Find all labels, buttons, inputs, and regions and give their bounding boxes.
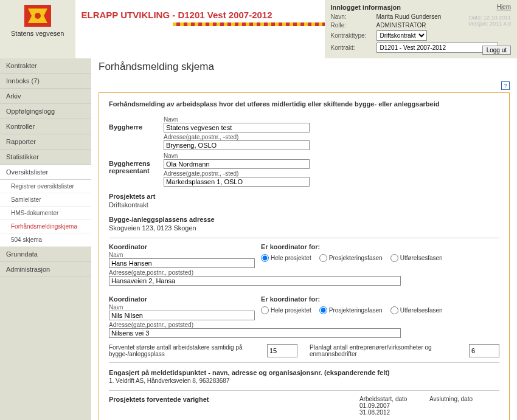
nav-sub-forhandsmelding[interactable]: Forhåndsmeldingskjema: [0, 220, 91, 233]
rep-adresse-input[interactable]: [164, 177, 310, 187]
koord2-adresse-input[interactable]: [109, 328, 401, 338]
form-box: Forhåndsmelding av arbeidsplass hvor det…: [99, 92, 510, 420]
koord1-utfor-radio[interactable]: Utførelsesfasen: [390, 254, 443, 262]
koord1-adresse-input[interactable]: [109, 276, 401, 286]
koord2-prosj-radio[interactable]: Prosjekteringsfasen: [319, 306, 383, 314]
nav-rapporter[interactable]: Rapporter: [0, 134, 91, 150]
name-value: Marita Ruud Gundersen: [376, 13, 442, 20]
logo-icon: [24, 5, 51, 27]
koord2-hele-radio[interactable]: Hele prosjektet: [261, 306, 311, 314]
byggherre-adresse-input[interactable]: [164, 140, 310, 150]
kontrakttype-select[interactable]: Driftskontrakt: [376, 30, 427, 41]
byggherre-navn-input[interactable]: [164, 123, 310, 133]
nav-arkiv[interactable]: Arkiv: [0, 89, 91, 104]
app-title: ELRAPP UTVIKLING - D1201 Vest 2007-2012: [82, 10, 325, 20]
nav-administrasjon[interactable]: Administrasjon: [0, 262, 91, 277]
nav-sub-504[interactable]: 504 skjema: [0, 233, 91, 247]
login-info-header: Innlogget informasjon: [331, 4, 511, 11]
home-link[interactable]: Hjem: [497, 4, 511, 10]
byggherre-label: Byggherre: [109, 115, 164, 150]
arbeidsstart-value: 01.09.2007: [359, 402, 429, 409]
engasjert-item: 1. Veidrift AS, Håndverksveien 8, 963283…: [109, 376, 499, 385]
kontrakt-label: Kontrakt:: [331, 44, 376, 51]
nav-oppfolgingslogg[interactable]: Oppfølgingslogg: [0, 104, 91, 119]
role-value: ADMINISTRATOR: [376, 22, 426, 29]
meta-right: Dato: 12.10.2011 Versjon: 2011.4.0: [468, 15, 511, 27]
nav-kontrakter[interactable]: Kontrakter: [0, 58, 91, 74]
nav-statistikker[interactable]: Statistikker: [0, 150, 91, 165]
brand-name: Statens vegvesen: [0, 30, 75, 37]
koord1-hele-radio[interactable]: Hele prosjektet: [261, 254, 311, 262]
nav-grunndata[interactable]: Grunndata: [0, 247, 91, 262]
ktype-label: Kontrakttype:: [331, 32, 376, 39]
help-icon[interactable]: ?: [501, 81, 510, 90]
planlagt-antall-input[interactable]: [469, 344, 499, 357]
form-heading: Forhåndsmelding av arbeidsplass hvor det…: [109, 100, 499, 108]
nav-oversiktslister[interactable]: Oversiktslister: [0, 165, 91, 180]
prosjektets-art-label: Prosjektets art: [109, 193, 499, 200]
decorative-stripes: [173, 22, 325, 26]
byggeanlegg-adresse-value: Skogveien 123, 0123 Skogen: [109, 223, 499, 233]
logout-button[interactable]: Logg ut: [482, 46, 511, 55]
nav-sub-registrer[interactable]: Registrer oversiktslister: [0, 180, 91, 193]
avslutning-value: 31.08.2012: [359, 409, 429, 416]
role-label: Rolle:: [331, 22, 376, 29]
rep-navn-input[interactable]: [164, 159, 310, 169]
koord1-prosj-radio[interactable]: Prosjekteringsfasen: [319, 254, 383, 262]
kontrakt-select[interactable]: D1201 - Vest 2007-2012: [376, 43, 498, 53]
nav-sub-hms[interactable]: HMS-dokumenter: [0, 207, 91, 220]
top-bar: Statens vegvesen ELRAPP UTVIKLING - D120…: [0, 0, 517, 58]
logo-area: Statens vegvesen: [0, 0, 75, 58]
main-content: Forhåndsmelding skjema ? Forhåndsmelding…: [91, 58, 517, 420]
nav-sub-samlelister[interactable]: Samlelister: [0, 193, 91, 207]
svg-point-2: [35, 13, 41, 19]
title-area: ELRAPP UTVIKLING - D1201 Vest 2007-2012: [75, 0, 325, 58]
prosjektets-art-value: Driftskontrakt: [109, 200, 499, 210]
varighet-label: Prosjektets forventede varighet: [109, 396, 359, 416]
page-title: Forhåndsmelding skjema: [99, 61, 510, 73]
nav-kontroller[interactable]: Kontroller: [0, 119, 91, 134]
rep-label: Byggherrens representant: [109, 151, 164, 187]
koord2-navn-input[interactable]: [109, 311, 255, 320]
forventet-antall-input[interactable]: [267, 344, 297, 357]
nav-innboks[interactable]: Innboks (7): [0, 74, 91, 89]
byggeanlegg-adresse-label: Bygge-/anleggsplassens adresse: [109, 216, 499, 223]
sidebar: Kontrakter Innboks (7) Arkiv Oppfølgings…: [0, 58, 91, 420]
login-info-panel: Innlogget informasjon Hjem Dato: 12.10.2…: [325, 0, 517, 58]
koord1-navn-input[interactable]: [109, 258, 255, 268]
name-label: Navn:: [331, 13, 376, 20]
koord2-utfor-radio[interactable]: Utførelsesfasen: [390, 306, 443, 314]
engasjert-label: Engasjert på meldetidspunktet - navn, ad…: [109, 369, 499, 376]
